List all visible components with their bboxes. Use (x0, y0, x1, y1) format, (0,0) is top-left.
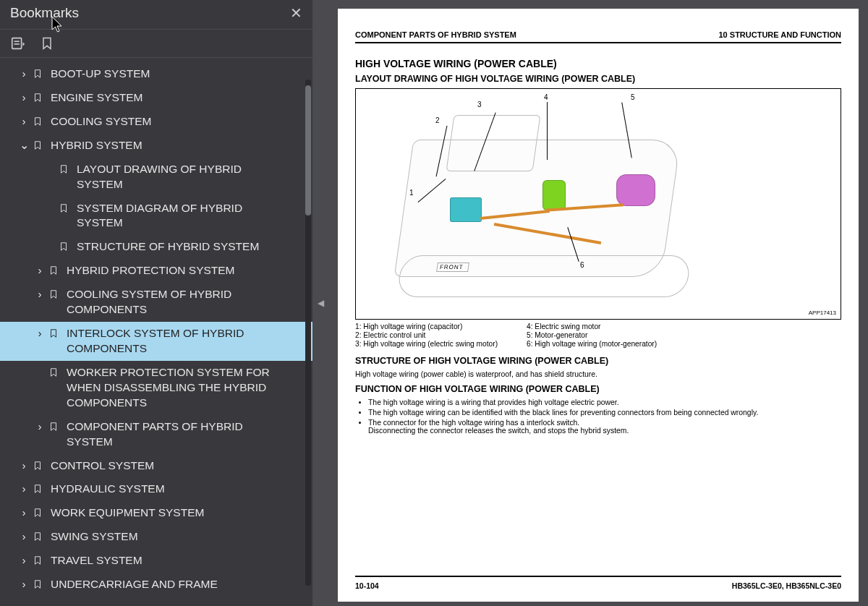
figure-legend: 1: High voltage wiring (capacitor) 2: El… (355, 323, 841, 349)
bookmark-icon (32, 553, 43, 568)
bullet-item: The high voltage wiring can be identifie… (368, 409, 841, 417)
bookmark-node[interactable]: ›LAYOUT DRAWING OF HYBRID SYSTEM (0, 158, 312, 197)
bookmarks-toolbar (0, 30, 312, 58)
panel-collapse-gutter[interactable]: ◀ (312, 0, 328, 606)
bookmark-node[interactable]: ›WORKER PROTECTION SYSTEM FOR WHEN DISAS… (0, 361, 312, 415)
heading-main: HIGH VOLTAGE WIRING (POWER CABLE) (355, 58, 841, 69)
bookmark-icon (48, 365, 59, 380)
chevron-right-icon[interactable]: › (19, 505, 29, 521)
bookmark-icon (48, 419, 59, 434)
page-footer: 10-104 HB365LC-3E0, HB365NLC-3E0 (355, 576, 841, 590)
bookmark-node[interactable]: ›COMPONENT PARTS OF HYBRID SYSTEM (0, 415, 312, 454)
bookmark-icon (32, 482, 43, 496)
bookmark-node[interactable]: ›HYBRID PROTECTION SYSTEM (0, 259, 312, 283)
bookmark-node[interactable]: ›HYDRAULIC SYSTEM (0, 477, 312, 501)
header-right: 10 STRUCTURE AND FUNCTION (719, 30, 842, 39)
bookmark-label: COOLING SYSTEM OF HYBRID COMPONENTS (67, 287, 307, 317)
bookmark-icon (32, 529, 43, 544)
bookmark-node[interactable]: ›SWING SYSTEM (0, 525, 312, 549)
bookmark-label: INTERLOCK SYSTEM OF HYBRID COMPONENTS (67, 326, 307, 357)
svg-rect-0 (12, 38, 22, 49)
function-bullets: The high voltage wiring is a wiring that… (368, 398, 841, 435)
bookmark-icon (48, 263, 59, 278)
heading-sub: LAYOUT DRAWING OF HIGH VOLTAGE WIRING (P… (355, 74, 841, 84)
chevron-right-icon[interactable]: › (19, 482, 29, 497)
close-panel-button[interactable]: ✕ (290, 4, 302, 22)
bookmark-label: UNDERCARRIAGE AND FRAME (51, 577, 238, 592)
bookmark-node[interactable]: ›INTERLOCK SYSTEM OF HYBRID COMPONENTS (0, 322, 312, 361)
find-bookmark-button[interactable] (39, 35, 55, 51)
bookmark-label: ENGINE SYSTEM (51, 90, 163, 106)
bookmark-label: LAYOUT DRAWING OF HYBRID SYSTEM (77, 162, 307, 192)
chevron-right-icon[interactable]: › (35, 326, 45, 341)
options-button[interactable] (10, 35, 26, 51)
bookmark-node[interactable]: ›UNDERCARRIAGE AND FRAME (0, 573, 312, 597)
bookmark-label: CONTROL SYSTEM (51, 458, 174, 474)
component-ecu (450, 197, 482, 222)
chevron-right-icon[interactable]: › (19, 458, 29, 474)
bookmark-label: HYBRID SYSTEM (51, 138, 163, 153)
chevron-right-icon[interactable]: › (35, 263, 45, 278)
bookmark-label: WORKER PROTECTION SYSTEM FOR WHEN DISASS… (67, 365, 307, 411)
paragraph-structure: High voltage wiring (power cable) is wat… (355, 370, 841, 378)
bookmark-icon (58, 201, 69, 215)
chevron-right-icon[interactable]: › (19, 67, 29, 82)
heading-function: FUNCTION OF HIGH VOLTAGE WIRING (POWER C… (355, 384, 841, 394)
bookmark-node[interactable]: ›STRUCTURE OF HYBRID SYSTEM (0, 235, 312, 259)
heading-structure: STRUCTURE OF HIGH VOLTAGE WIRING (POWER … (355, 356, 841, 366)
chevron-right-icon[interactable]: › (19, 114, 29, 129)
callout-5: 5 (631, 93, 635, 101)
bookmark-node[interactable]: ›COOLING SYSTEM OF HYBRID COMPONENTS (0, 283, 312, 322)
bookmark-icon (32, 138, 43, 153)
chevron-right-icon[interactable]: › (19, 577, 29, 592)
bookmarks-tree[interactable]: ›BOOT-UP SYSTEM›ENGINE SYSTEM›COOLING SY… (0, 58, 312, 606)
chevron-right-icon[interactable]: › (19, 553, 29, 568)
bookmark-label: COMPONENT PARTS OF HYBRID SYSTEM (67, 419, 307, 450)
chevron-down-icon[interactable]: ⌄ (19, 138, 29, 153)
callout-1: 1 (409, 189, 414, 197)
bookmark-label: WORK EQUIPMENT SYSTEM (51, 505, 224, 521)
bullet-item: The high voltage wiring is a wiring that… (368, 398, 841, 406)
chevron-right-icon[interactable]: › (35, 287, 45, 302)
callout-4: 4 (544, 93, 548, 101)
bookmark-label: COOLING SYSTEM (51, 114, 172, 129)
legend-col-left: 1: High voltage wiring (capacitor) 2: El… (355, 323, 498, 349)
bookmark-node[interactable]: ›WORK EQUIPMENT SYSTEM (0, 501, 312, 525)
bookmark-label: HYDRAULIC SYSTEM (51, 482, 185, 497)
bookmark-node[interactable]: ›ENGINE SYSTEM (0, 86, 312, 110)
component-electric-swing-motor (542, 180, 566, 210)
bookmark-node[interactable]: ›BOOT-UP SYSTEM (0, 62, 312, 86)
legend-item: 4: Electric swing motor (527, 323, 657, 330)
bookmark-label: BOOT-UP SYSTEM (51, 67, 171, 82)
bookmark-icon (58, 239, 69, 254)
bookmark-node[interactable]: ⌄HYBRID SYSTEM (0, 134, 312, 158)
bookmark-node[interactable]: ›CONTROL SYSTEM (0, 454, 312, 478)
bookmark-label: TRAVEL SYSTEM (51, 553, 163, 568)
bookmark-icon (32, 90, 43, 105)
collapse-icon: ◀ (318, 298, 324, 308)
bookmark-node[interactable]: ›TRAVEL SYSTEM (0, 549, 312, 573)
document-viewport[interactable]: COMPONENT PARTS OF HYBRID SYSTEM 10 STRU… (328, 0, 868, 606)
bookmark-icon (32, 505, 43, 520)
chevron-right-icon[interactable]: › (35, 419, 45, 435)
bookmark-label: HYBRID PROTECTION SYSTEM (67, 263, 255, 278)
bookmark-label: SWING SYSTEM (51, 529, 158, 545)
bookmark-node[interactable]: ›COOLING SYSTEM (0, 110, 312, 134)
pdf-page: COMPONENT PARTS OF HYBRID SYSTEM 10 STRU… (338, 9, 859, 602)
layout-figure: FRONT 1 2 3 4 5 6 APP17413 (355, 88, 841, 320)
footer-page-number: 10-104 (355, 581, 379, 590)
legend-item: 2: Electric control unit (355, 331, 498, 339)
bookmark-label: SYSTEM DIAGRAM OF HYBRID SYSTEM (77, 201, 307, 231)
legend-item: 6: High voltage wiring (motor-generator) (527, 340, 657, 348)
chevron-right-icon[interactable]: › (19, 529, 29, 545)
sidebar-scrollbar-thumb[interactable] (305, 85, 311, 215)
bookmark-label: STRUCTURE OF HYBRID SYSTEM (77, 239, 279, 255)
bookmark-icon (32, 577, 43, 592)
legend-item: 1: High voltage wiring (capacitor) (355, 323, 498, 330)
header-left: COMPONENT PARTS OF HYBRID SYSTEM (355, 30, 516, 39)
bookmark-node[interactable]: ›SYSTEM DIAGRAM OF HYBRID SYSTEM (0, 197, 312, 236)
bullet-item: The connector for the high voltage wirin… (368, 419, 841, 435)
app-root: Bookmarks ✕ ›BOOT-UP SYSTEM›ENGINE SYSTE… (0, 0, 868, 606)
figure-id: APP17413 (809, 310, 836, 316)
chevron-right-icon[interactable]: › (19, 90, 29, 106)
